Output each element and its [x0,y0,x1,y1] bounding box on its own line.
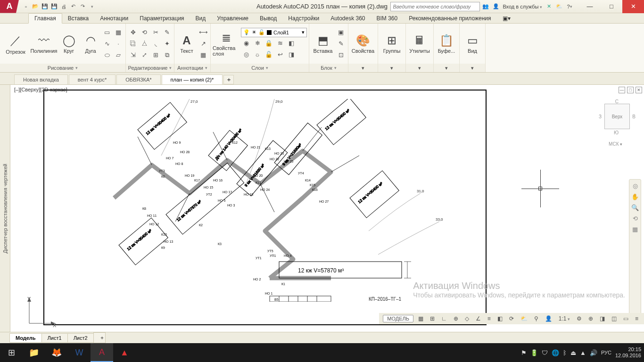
tray-battery-icon[interactable]: 🔋 [530,349,538,356]
anno-vis-icon[interactable]: 👤 [543,315,554,322]
qat-open-icon[interactable]: 📂 [31,2,40,11]
groups-button[interactable]: ⊞Группы [380,25,404,63]
tray-lang[interactable]: РУС [601,350,611,355]
start-button[interactable]: ⊞ [0,343,23,362]
scale-combo[interactable]: 1:1 [557,315,572,322]
ribbon-tab-parametric[interactable]: Параметризация [134,14,190,23]
qat-dropdown-icon[interactable] [88,2,96,11]
qat-save-icon[interactable]: 💾 [41,2,49,11]
task-autocad-icon[interactable]: A [91,343,113,362]
layer-prev-icon[interactable]: ↩ [275,49,285,60]
viewcube[interactable]: Верх [604,104,630,129]
scale-icon[interactable]: ⤢ [139,50,149,60]
panel-annot-title[interactable]: Аннотации [174,64,210,72]
layer-match-icon[interactable]: ≋ [275,38,285,49]
point-icon[interactable]: · [113,39,124,49]
nav-pan-icon[interactable]: ✋ [631,193,639,200]
ribbon-tab-home[interactable]: Главная [28,13,62,24]
layer-uniso-icon[interactable]: ◨ [286,49,297,60]
grid-toggle-icon[interactable]: ▦ [416,315,425,322]
file-tab-3[interactable]: план — копия (2)* [162,74,223,84]
circle-button[interactable]: ◯Круг [58,25,79,63]
transparency-icon[interactable]: ◧ [495,315,504,322]
polyline-button[interactable]: 〰Полилиния [30,25,58,63]
qat-redo-icon[interactable]: ↷ [78,2,87,11]
tray-shield-icon[interactable]: 🛡 [542,349,548,356]
nav-zoom-icon[interactable]: 🔍 [631,204,639,211]
cycling-icon[interactable]: ⟳ [507,315,516,322]
ribbon-tab-a360[interactable]: Autodesk 360 [325,14,371,23]
signin-icon[interactable]: 👤 [492,3,500,10]
layout-tab-2[interactable]: Лист2 [67,333,94,343]
anno-scale-icon[interactable]: ⚲ [532,315,540,322]
rect-icon[interactable]: ▭ [102,27,112,38]
exchange-icon[interactable]: ✕ [545,3,553,10]
tray-up-icon[interactable]: ▲ [580,349,586,356]
viewcube-w[interactable]: З [599,114,602,119]
attr-icon[interactable]: ⊡ [336,50,346,60]
layer-thaw-icon[interactable]: ☼ [252,49,263,60]
maximize-button[interactable]: □ [601,0,622,13]
ribbon-tab-featured[interactable]: Рекомендованные приложения [403,14,496,23]
tray-clock[interactable]: 20:1512.09.2016 [615,346,641,359]
insert-block-button[interactable]: ⬒Вставка [311,25,335,63]
isolate-icon[interactable]: ◫ [610,315,619,322]
spline-icon[interactable]: ∿ [102,39,112,49]
panel-modify-title[interactable]: Редактирование [126,64,174,72]
rotate-icon[interactable]: ⟲ [139,27,149,38]
model-button[interactable]: МОДЕЛЬ [383,315,413,322]
vp-min-icon[interactable]: — [619,87,625,93]
panel-utils-title[interactable]: ▾ [406,64,433,72]
ribbon-tab-annotate[interactable]: Аннотации [94,14,134,23]
text-button[interactable]: АТекст [176,25,197,63]
qat-print-icon[interactable]: 🖨 [59,2,68,11]
task-firefox-icon[interactable]: 🦊 [45,343,68,362]
line-button[interactable]: ／Отрезок [2,25,29,63]
infocenter-search-input[interactable] [390,2,480,11]
ortho-toggle-icon[interactable]: ∟ [439,315,449,322]
table-icon[interactable]: ▦ [198,50,208,60]
stretch-icon[interactable]: ⇲ [128,50,138,60]
layout-tab-1[interactable]: Лист1 [41,333,68,343]
ribbon-tab-insert[interactable]: Вставка [62,14,95,23]
layer-props-button[interactable]: ≣Свойства слоя [213,25,240,63]
polar-toggle-icon[interactable]: ⊕ [452,315,460,322]
tray-bt-icon[interactable]: ᛒ [563,349,567,356]
region-icon[interactable]: ▱ [113,50,124,60]
viewcube-e[interactable]: В [632,114,636,119]
osnap-toggle-icon[interactable]: ◇ [463,315,471,322]
arc-button[interactable]: ◠Дуга [80,25,101,63]
qat-undo-icon[interactable]: ↶ [69,2,77,11]
qat-new-icon[interactable]: ▫ [22,2,30,11]
layer-iso-icon[interactable]: ◧ [286,38,297,49]
ribbon-tab-opts[interactable]: ▣▾ [497,14,516,23]
layout-tab-model[interactable]: Модель [9,333,42,343]
layer-lock-icon[interactable]: 🔒 [264,38,274,49]
props-button[interactable]: 🎨Свойства [350,25,376,63]
fillet-icon[interactable]: ◟ [150,39,161,49]
panel-view-title[interactable]: ▾ [460,64,485,72]
tray-vol-icon[interactable]: 🔊 [590,349,597,356]
utils-button[interactable]: 🖩Утилиты [408,25,431,63]
vp-max-icon[interactable]: □ [627,87,634,93]
dim-linear-icon[interactable]: ⟷ [198,27,208,38]
layer-on-icon[interactable]: ◎ [241,49,251,60]
customize-icon[interactable]: ≡ [633,315,640,322]
layer-unlock-icon[interactable]: 🔓 [264,49,274,60]
file-tab-1[interactable]: вент 4 курс* [69,74,116,84]
layer-freeze-icon[interactable]: ❄ [252,38,263,49]
hw-accel-icon[interactable]: ◨ [598,315,607,322]
file-tab-start[interactable]: Новая вкладка [14,74,68,84]
ribbon-tab-addins[interactable]: Надстройки [282,14,325,23]
clean-icon[interactable]: ▭ [621,315,630,322]
signin-button[interactable]: Вход в службы [503,4,542,9]
vp-close-icon[interactable]: ✕ [636,87,642,93]
qat-saveas-icon[interactable]: 💾 [50,2,58,11]
otrack-toggle-icon[interactable]: ∠ [474,315,483,322]
view-button[interactable]: ▭Вид [462,25,483,63]
lwt-toggle-icon[interactable]: ≡ [486,315,493,322]
viewcube-n[interactable]: С [615,99,619,104]
infocenter-search-icon[interactable]: 👥 [482,3,489,10]
anno-toggle-icon[interactable]: ⛅ [519,315,529,322]
edit-block-icon[interactable]: ✎ [336,39,346,49]
